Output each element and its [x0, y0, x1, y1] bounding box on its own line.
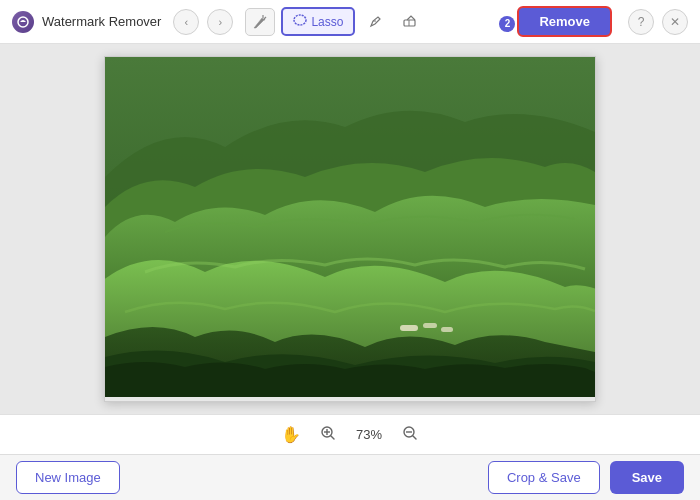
- title-bar: Watermark Remover ‹ › Lasso: [0, 0, 700, 44]
- svg-line-13: [331, 436, 334, 439]
- magic-wand-icon: [252, 14, 268, 30]
- magic-tool-button[interactable]: [245, 8, 275, 36]
- new-image-button[interactable]: New Image: [16, 461, 120, 494]
- window-controls: ? ✕: [628, 9, 688, 35]
- help-icon: ?: [638, 15, 645, 29]
- zoom-out-icon: [402, 425, 418, 444]
- zoom-level: 73%: [351, 427, 387, 442]
- svg-rect-9: [400, 325, 418, 331]
- svg-rect-10: [423, 323, 437, 328]
- pan-icon: ✋: [281, 425, 301, 444]
- main-canvas-area: [0, 44, 700, 414]
- lasso-icon: [293, 13, 307, 30]
- back-button[interactable]: ‹: [173, 9, 199, 35]
- zoom-in-button[interactable]: [315, 422, 341, 448]
- eraser-icon: [402, 14, 417, 29]
- forward-icon: ›: [219, 16, 223, 28]
- close-button[interactable]: ✕: [662, 9, 688, 35]
- app-logo: [12, 11, 34, 33]
- lasso-tool-button[interactable]: Lasso: [281, 7, 355, 36]
- svg-rect-11: [441, 327, 453, 332]
- pen-tool-button[interactable]: [361, 8, 389, 36]
- forward-button[interactable]: ›: [207, 9, 233, 35]
- landscape-image: [105, 57, 595, 397]
- crop-save-button[interactable]: Crop & Save: [488, 461, 600, 494]
- zoom-bar: ✋ 73%: [0, 414, 700, 454]
- svg-point-4: [294, 15, 306, 25]
- footer-bar: New Image Crop & Save Save: [0, 454, 700, 500]
- app-title: Watermark Remover: [42, 14, 161, 29]
- pen-icon: [368, 14, 383, 29]
- tool-group: Lasso: [245, 7, 423, 36]
- zoom-in-icon: [320, 425, 336, 444]
- notification-badge: 2: [499, 16, 515, 32]
- back-icon: ‹: [185, 16, 189, 28]
- zoom-out-button[interactable]: [397, 422, 423, 448]
- svg-line-17: [413, 436, 416, 439]
- help-button[interactable]: ?: [628, 9, 654, 35]
- lasso-label: Lasso: [311, 15, 343, 29]
- svg-line-2: [264, 17, 266, 19]
- close-icon: ✕: [670, 15, 680, 29]
- eraser-tool-button[interactable]: [395, 8, 423, 36]
- image-container: [104, 56, 596, 402]
- footer-right-group: Crop & Save Save: [488, 461, 684, 494]
- remove-button[interactable]: Remove: [517, 6, 612, 37]
- pan-tool-button[interactable]: ✋: [277, 421, 305, 449]
- save-button[interactable]: Save: [610, 461, 684, 494]
